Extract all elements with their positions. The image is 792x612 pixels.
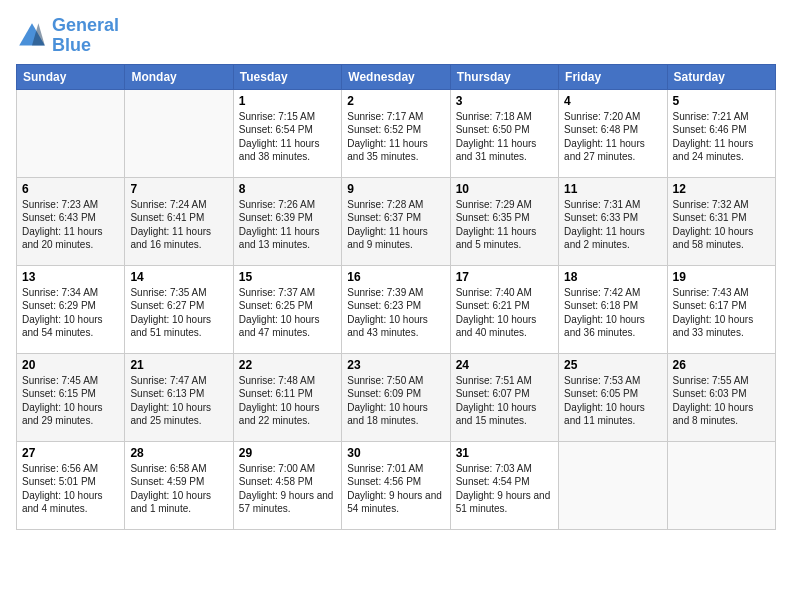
cell-content: Sunrise: 7:37 AM Sunset: 6:25 PM Dayligh… <box>239 286 336 340</box>
daylight-text: Daylight: 11 hours and 38 minutes. <box>239 137 336 164</box>
day-number: 13 <box>22 270 119 284</box>
calendar-cell: 23 Sunrise: 7:50 AM Sunset: 6:09 PM Dayl… <box>342 353 450 441</box>
cell-content: Sunrise: 7:51 AM Sunset: 6:07 PM Dayligh… <box>456 374 553 428</box>
sunset-text: Sunset: 6:17 PM <box>673 299 770 313</box>
calendar-cell: 6 Sunrise: 7:23 AM Sunset: 6:43 PM Dayli… <box>17 177 125 265</box>
sunset-text: Sunset: 6:25 PM <box>239 299 336 313</box>
sunset-text: Sunset: 5:01 PM <box>22 475 119 489</box>
daylight-text: Daylight: 10 hours and 51 minutes. <box>130 313 227 340</box>
calendar-cell: 18 Sunrise: 7:42 AM Sunset: 6:18 PM Dayl… <box>559 265 667 353</box>
cell-content: Sunrise: 7:45 AM Sunset: 6:15 PM Dayligh… <box>22 374 119 428</box>
calendar-cell: 10 Sunrise: 7:29 AM Sunset: 6:35 PM Dayl… <box>450 177 558 265</box>
day-header-thursday: Thursday <box>450 64 558 89</box>
calendar-week-row: 27 Sunrise: 6:56 AM Sunset: 5:01 PM Dayl… <box>17 441 776 529</box>
calendar-cell: 22 Sunrise: 7:48 AM Sunset: 6:11 PM Dayl… <box>233 353 341 441</box>
cell-content: Sunrise: 7:39 AM Sunset: 6:23 PM Dayligh… <box>347 286 444 340</box>
daylight-text: Daylight: 10 hours and 8 minutes. <box>673 401 770 428</box>
day-header-tuesday: Tuesday <box>233 64 341 89</box>
calendar-week-row: 6 Sunrise: 7:23 AM Sunset: 6:43 PM Dayli… <box>17 177 776 265</box>
calendar-cell: 31 Sunrise: 7:03 AM Sunset: 4:54 PM Dayl… <box>450 441 558 529</box>
calendar-cell: 7 Sunrise: 7:24 AM Sunset: 6:41 PM Dayli… <box>125 177 233 265</box>
sunset-text: Sunset: 6:41 PM <box>130 211 227 225</box>
daylight-text: Daylight: 9 hours and 57 minutes. <box>239 489 336 516</box>
cell-content: Sunrise: 7:40 AM Sunset: 6:21 PM Dayligh… <box>456 286 553 340</box>
cell-content: Sunrise: 7:01 AM Sunset: 4:56 PM Dayligh… <box>347 462 444 516</box>
calendar-week-row: 20 Sunrise: 7:45 AM Sunset: 6:15 PM Dayl… <box>17 353 776 441</box>
sunset-text: Sunset: 6:15 PM <box>22 387 119 401</box>
sunset-text: Sunset: 6:09 PM <box>347 387 444 401</box>
calendar-cell <box>17 89 125 177</box>
calendar-cell: 15 Sunrise: 7:37 AM Sunset: 6:25 PM Dayl… <box>233 265 341 353</box>
sunset-text: Sunset: 6:29 PM <box>22 299 119 313</box>
calendar-cell: 29 Sunrise: 7:00 AM Sunset: 4:58 PM Dayl… <box>233 441 341 529</box>
day-header-friday: Friday <box>559 64 667 89</box>
daylight-text: Daylight: 10 hours and 58 minutes. <box>673 225 770 252</box>
daylight-text: Daylight: 10 hours and 54 minutes. <box>22 313 119 340</box>
cell-content: Sunrise: 7:47 AM Sunset: 6:13 PM Dayligh… <box>130 374 227 428</box>
calendar-cell: 25 Sunrise: 7:53 AM Sunset: 6:05 PM Dayl… <box>559 353 667 441</box>
daylight-text: Daylight: 11 hours and 35 minutes. <box>347 137 444 164</box>
day-number: 21 <box>130 358 227 372</box>
sunset-text: Sunset: 4:59 PM <box>130 475 227 489</box>
sunrise-text: Sunrise: 7:48 AM <box>239 374 336 388</box>
day-number: 22 <box>239 358 336 372</box>
day-number: 6 <box>22 182 119 196</box>
calendar-cell <box>559 441 667 529</box>
calendar-cell: 2 Sunrise: 7:17 AM Sunset: 6:52 PM Dayli… <box>342 89 450 177</box>
day-number: 4 <box>564 94 661 108</box>
daylight-text: Daylight: 10 hours and 33 minutes. <box>673 313 770 340</box>
sunrise-text: Sunrise: 7:35 AM <box>130 286 227 300</box>
calendar-cell <box>125 89 233 177</box>
sunrise-text: Sunrise: 7:45 AM <box>22 374 119 388</box>
sunset-text: Sunset: 6:33 PM <box>564 211 661 225</box>
daylight-text: Daylight: 10 hours and 43 minutes. <box>347 313 444 340</box>
sunset-text: Sunset: 6:21 PM <box>456 299 553 313</box>
sunset-text: Sunset: 6:50 PM <box>456 123 553 137</box>
cell-content: Sunrise: 7:23 AM Sunset: 6:43 PM Dayligh… <box>22 198 119 252</box>
day-number: 14 <box>130 270 227 284</box>
cell-content: Sunrise: 7:17 AM Sunset: 6:52 PM Dayligh… <box>347 110 444 164</box>
calendar-cell: 27 Sunrise: 6:56 AM Sunset: 5:01 PM Dayl… <box>17 441 125 529</box>
day-number: 30 <box>347 446 444 460</box>
sunset-text: Sunset: 6:52 PM <box>347 123 444 137</box>
daylight-text: Daylight: 9 hours and 54 minutes. <box>347 489 444 516</box>
cell-content: Sunrise: 7:50 AM Sunset: 6:09 PM Dayligh… <box>347 374 444 428</box>
sunrise-text: Sunrise: 7:29 AM <box>456 198 553 212</box>
calendar-cell: 3 Sunrise: 7:18 AM Sunset: 6:50 PM Dayli… <box>450 89 558 177</box>
daylight-text: Daylight: 10 hours and 29 minutes. <box>22 401 119 428</box>
sunrise-text: Sunrise: 7:18 AM <box>456 110 553 124</box>
sunrise-text: Sunrise: 6:56 AM <box>22 462 119 476</box>
sunrise-text: Sunrise: 7:03 AM <box>456 462 553 476</box>
sunrise-text: Sunrise: 7:39 AM <box>347 286 444 300</box>
cell-content: Sunrise: 7:21 AM Sunset: 6:46 PM Dayligh… <box>673 110 770 164</box>
sunset-text: Sunset: 4:58 PM <box>239 475 336 489</box>
calendar-cell: 14 Sunrise: 7:35 AM Sunset: 6:27 PM Dayl… <box>125 265 233 353</box>
calendar-week-row: 13 Sunrise: 7:34 AM Sunset: 6:29 PM Dayl… <box>17 265 776 353</box>
cell-content: Sunrise: 7:03 AM Sunset: 4:54 PM Dayligh… <box>456 462 553 516</box>
sunset-text: Sunset: 6:35 PM <box>456 211 553 225</box>
cell-content: Sunrise: 6:56 AM Sunset: 5:01 PM Dayligh… <box>22 462 119 516</box>
sunrise-text: Sunrise: 7:31 AM <box>564 198 661 212</box>
sunset-text: Sunset: 6:23 PM <box>347 299 444 313</box>
calendar-cell: 21 Sunrise: 7:47 AM Sunset: 6:13 PM Dayl… <box>125 353 233 441</box>
day-number: 9 <box>347 182 444 196</box>
sunrise-text: Sunrise: 7:00 AM <box>239 462 336 476</box>
sunset-text: Sunset: 6:31 PM <box>673 211 770 225</box>
day-header-sunday: Sunday <box>17 64 125 89</box>
sunrise-text: Sunrise: 7:51 AM <box>456 374 553 388</box>
sunrise-text: Sunrise: 7:53 AM <box>564 374 661 388</box>
cell-content: Sunrise: 7:53 AM Sunset: 6:05 PM Dayligh… <box>564 374 661 428</box>
sunrise-text: Sunrise: 7:15 AM <box>239 110 336 124</box>
page-header: General Blue <box>16 16 776 56</box>
cell-content: Sunrise: 7:34 AM Sunset: 6:29 PM Dayligh… <box>22 286 119 340</box>
sunrise-text: Sunrise: 7:42 AM <box>564 286 661 300</box>
day-number: 16 <box>347 270 444 284</box>
daylight-text: Daylight: 9 hours and 51 minutes. <box>456 489 553 516</box>
sunrise-text: Sunrise: 7:40 AM <box>456 286 553 300</box>
day-number: 26 <box>673 358 770 372</box>
sunrise-text: Sunrise: 7:20 AM <box>564 110 661 124</box>
cell-content: Sunrise: 7:29 AM Sunset: 6:35 PM Dayligh… <box>456 198 553 252</box>
calendar-cell: 13 Sunrise: 7:34 AM Sunset: 6:29 PM Dayl… <box>17 265 125 353</box>
sunrise-text: Sunrise: 6:58 AM <box>130 462 227 476</box>
calendar-cell: 9 Sunrise: 7:28 AM Sunset: 6:37 PM Dayli… <box>342 177 450 265</box>
